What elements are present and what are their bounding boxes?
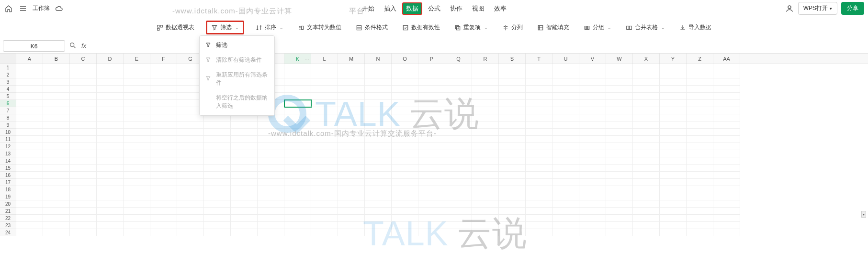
cell[interactable] (338, 136, 365, 143)
cell[interactable] (552, 150, 579, 157)
cell[interactable] (204, 208, 231, 215)
cell[interactable] (552, 114, 579, 121)
cell[interactable] (713, 200, 740, 208)
cell[interactable] (579, 121, 606, 129)
cell[interactable] (660, 186, 687, 193)
cell[interactable] (16, 64, 43, 71)
cell[interactable] (418, 86, 445, 93)
menu-视图[interactable]: 视图 (468, 2, 488, 15)
cell[interactable] (472, 229, 499, 236)
cell[interactable] (392, 150, 418, 157)
cell[interactable] (365, 193, 392, 200)
cell[interactable] (713, 64, 740, 71)
tool-text2num[interactable]: 文本转为数值 (295, 22, 344, 33)
cell[interactable] (43, 157, 70, 165)
cell[interactable] (258, 172, 284, 179)
cell[interactable] (70, 143, 97, 150)
cell[interactable] (633, 157, 660, 165)
cell[interactable] (231, 172, 258, 179)
cell[interactable] (16, 93, 43, 100)
cell[interactable] (606, 150, 633, 157)
cell[interactable] (392, 200, 418, 208)
cell[interactable] (633, 215, 660, 222)
cell[interactable] (258, 179, 284, 186)
cell[interactable] (177, 136, 204, 143)
cell[interactable] (633, 179, 660, 186)
cell[interactable] (338, 165, 365, 172)
cell[interactable] (579, 64, 606, 71)
cell[interactable] (311, 193, 338, 200)
scroll-right-arrow-icon[interactable]: ▸ (861, 211, 866, 218)
cell[interactable] (231, 222, 258, 229)
cell[interactable] (526, 200, 552, 208)
row-head-21[interactable]: 21 (0, 208, 16, 215)
tool-filter[interactable]: 筛选⌄ (206, 21, 244, 34)
cell[interactable] (338, 200, 365, 208)
cell[interactable] (445, 208, 472, 215)
cell[interactable] (660, 121, 687, 129)
cell[interactable] (552, 179, 579, 186)
cell[interactable] (660, 107, 687, 114)
col-head-K[interactable]: K (284, 54, 311, 64)
cell[interactable] (552, 71, 579, 78)
cell[interactable] (284, 129, 311, 136)
cell[interactable] (526, 129, 552, 136)
row-head-16[interactable]: 16 (0, 172, 16, 179)
cell[interactable] (392, 143, 418, 150)
cell[interactable] (392, 64, 418, 71)
cell[interactable] (258, 143, 284, 150)
cell[interactable] (445, 193, 472, 200)
cell[interactable] (526, 215, 552, 222)
cell[interactable] (526, 157, 552, 165)
tool-dup[interactable]: 重复项⌄ (451, 22, 491, 33)
cell[interactable] (16, 222, 43, 229)
cell[interactable] (660, 136, 687, 143)
row-head-12[interactable]: 12 (0, 143, 16, 150)
cell[interactable] (16, 215, 43, 222)
row-head-6[interactable]: 6 (0, 100, 16, 107)
cell[interactable] (258, 208, 284, 215)
cell[interactable] (445, 229, 472, 236)
cell[interactable] (177, 186, 204, 193)
cell[interactable] (231, 179, 258, 186)
cell[interactable] (258, 150, 284, 157)
cell[interactable] (365, 93, 392, 100)
menu-数据[interactable]: 数据 (402, 2, 422, 15)
cell[interactable] (365, 64, 392, 71)
cell[interactable] (526, 150, 552, 157)
cell[interactable] (338, 222, 365, 229)
cell[interactable] (472, 114, 499, 121)
cell[interactable] (418, 93, 445, 100)
cell[interactable] (365, 200, 392, 208)
cell[interactable] (311, 150, 338, 157)
cell[interactable] (392, 107, 418, 114)
cell[interactable] (499, 107, 526, 114)
menu-插入[interactable]: 插入 (380, 2, 400, 15)
cell[interactable] (97, 100, 124, 107)
cell[interactable] (97, 86, 124, 93)
cell[interactable] (445, 150, 472, 157)
cell[interactable] (70, 71, 97, 78)
cell[interactable] (526, 114, 552, 121)
cell[interactable] (177, 165, 204, 172)
cell[interactable] (472, 200, 499, 208)
cell[interactable] (150, 136, 177, 143)
cell[interactable] (606, 93, 633, 100)
cell[interactable] (418, 71, 445, 78)
cell[interactable] (526, 208, 552, 215)
col-head-D[interactable]: D (97, 54, 124, 64)
cell[interactable] (150, 172, 177, 179)
cell[interactable] (284, 136, 311, 143)
cell[interactable] (150, 114, 177, 121)
tool-import[interactable]: 导入数据 (676, 22, 714, 33)
cell[interactable] (177, 157, 204, 165)
cell[interactable] (660, 86, 687, 93)
cell[interactable] (606, 78, 633, 86)
cell[interactable] (687, 186, 713, 193)
cell[interactable] (579, 100, 606, 107)
cell[interactable] (445, 215, 472, 222)
cell[interactable] (150, 179, 177, 186)
cell[interactable] (579, 179, 606, 186)
cell[interactable] (445, 165, 472, 172)
cell[interactable] (526, 172, 552, 179)
